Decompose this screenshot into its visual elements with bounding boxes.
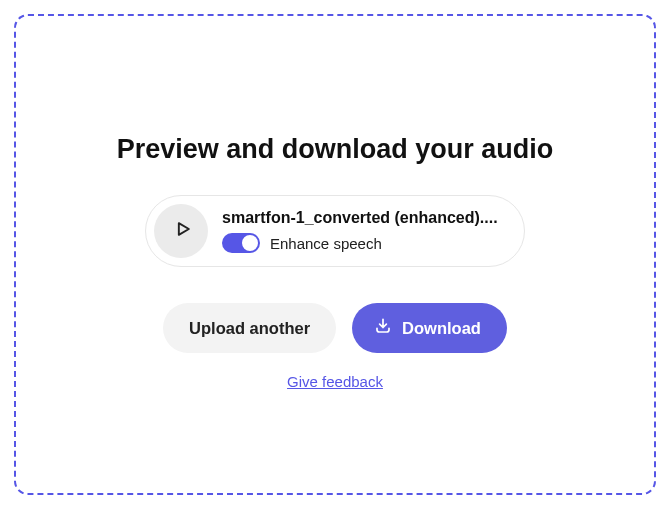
upload-another-button[interactable]: Upload another [163,303,336,353]
upload-another-label: Upload another [189,319,310,338]
give-feedback-link[interactable]: Give feedback [287,373,383,390]
enhance-row: Enhance speech [222,233,506,253]
file-name: smartfon-1_converted (enhanced).... [222,209,506,227]
upload-dropzone[interactable]: Preview and download your audio smartfon… [14,14,656,495]
download-icon [374,317,392,339]
file-meta: smartfon-1_converted (enhanced).... Enha… [222,209,506,253]
play-button[interactable] [154,204,208,258]
enhance-label: Enhance speech [270,235,382,252]
page-title: Preview and download your audio [117,134,554,165]
download-label: Download [402,319,481,338]
action-buttons: Upload another Download [163,303,507,353]
enhance-toggle[interactable] [222,233,260,253]
audio-preview-card: smartfon-1_converted (enhanced).... Enha… [145,195,525,267]
download-button[interactable]: Download [352,303,507,353]
toggle-knob [242,235,258,251]
play-icon [170,219,193,243]
